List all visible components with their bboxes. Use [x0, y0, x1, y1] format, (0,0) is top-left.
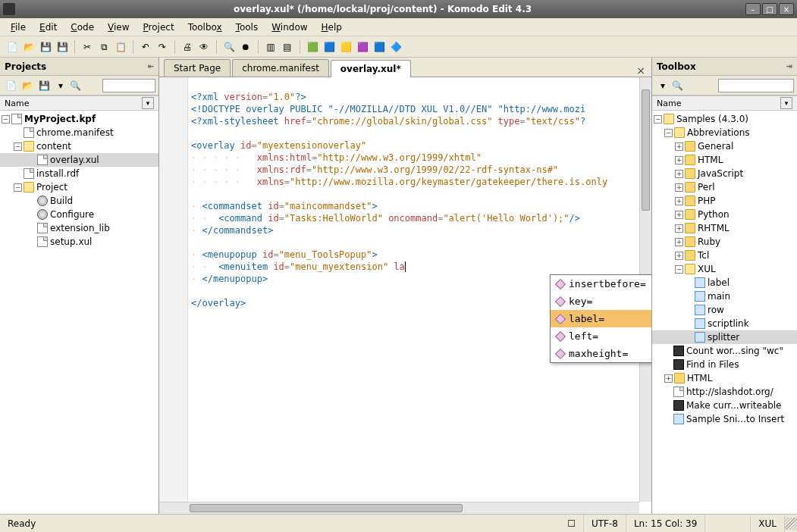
titlebar: overlay.xul* (/home/lockal/proj/content)… [0, 0, 797, 18]
copy-icon[interactable]: ⧉ [96, 39, 111, 55]
menu-tools[interactable]: Tools [230, 20, 265, 34]
undo-icon[interactable]: ↶ [138, 39, 153, 55]
panel-grip-icon[interactable]: ⇤ [148, 62, 154, 70]
tbx-abbreviations[interactable]: −Abbreviations [652, 126, 797, 139]
toolbox-colhead[interactable]: Name ▾ [652, 95, 797, 111]
proj-open-icon[interactable]: 📂 [20, 78, 35, 93]
tool2-icon[interactable]: 🟦 [322, 39, 337, 55]
panel-grip-icon[interactable]: ⇥ [786, 62, 792, 70]
projects-title: Projects⇤ [0, 58, 158, 76]
tree-project-root[interactable]: −MyProject.kpf [0, 112, 158, 126]
tbx-make-writeable[interactable]: Make curr...writeable [652, 399, 797, 412]
redo-icon[interactable]: ↷ [155, 39, 170, 55]
projects-colhead[interactable]: Name ▾ [0, 95, 158, 111]
cut-icon[interactable]: ✂ [80, 39, 95, 55]
open-icon[interactable]: 📂 [21, 39, 36, 55]
tbx-xul-row[interactable]: row [652, 303, 797, 317]
menu-help[interactable]: Help [315, 20, 348, 34]
menu-toolbox[interactable]: Toolbox [182, 20, 228, 34]
tbx-count-words[interactable]: Count wor...sing "wc" [652, 344, 797, 358]
tab-close-icon[interactable]: × [636, 64, 645, 77]
projects-toolbar: 📄 📂 💾 ▾ 🔍 [0, 76, 158, 95]
tbx-general[interactable]: +General [652, 139, 797, 153]
tool3-icon[interactable]: 🟨 [338, 39, 353, 55]
tab-chrome-manifest[interactable]: chrome.manifest [232, 59, 329, 77]
ac-left[interactable]: left= [551, 327, 651, 345]
minimize-button[interactable]: – [745, 3, 761, 15]
resize-grip-icon[interactable] [785, 518, 797, 530]
layout2-icon[interactable]: ▤ [280, 39, 295, 55]
tbx-php[interactable]: +PHP [652, 194, 797, 208]
tree-install-rdf[interactable]: install.rdf [0, 167, 158, 180]
editor-hscrollbar[interactable] [159, 502, 639, 514]
colhead-config-icon[interactable]: ▾ [780, 97, 792, 109]
preview-icon[interactable]: 👁 [196, 39, 212, 55]
tbx-javascript[interactable]: +JavaScript [652, 167, 797, 180]
menu-edit[interactable]: Edit [33, 20, 63, 34]
tbx-tcl[interactable]: +Tcl [652, 249, 797, 262]
menu-view[interactable]: View [102, 20, 135, 34]
tbx-xul-main[interactable]: main [652, 289, 797, 303]
tree-content-folder[interactable]: −content [0, 139, 158, 153]
tbx-ruby[interactable]: +Ruby [652, 235, 797, 249]
tbx-perl[interactable]: +Perl [652, 180, 797, 194]
tbx-html[interactable]: +HTML [652, 153, 797, 167]
proj-save-icon[interactable]: 💾 [36, 78, 52, 93]
code-editor[interactable]: <?xml version="1.0"?> <!DOCTYPE overlay … [159, 77, 651, 514]
proj-new-icon[interactable]: 📄 [3, 78, 18, 93]
tbx-xul-label[interactable]: label [652, 276, 797, 289]
save-all-icon[interactable]: 💾 [55, 39, 70, 55]
tree-extension-lib[interactable]: extension_lib [0, 221, 158, 235]
new-file-icon[interactable]: 📄 [5, 39, 20, 55]
tbx-xul-scriptlink[interactable]: scriptlink [652, 317, 797, 330]
ac-key[interactable]: key= [551, 293, 651, 310]
tbx-slashdot[interactable]: http://slashdot.org/ [652, 385, 797, 399]
layout1-icon[interactable]: ▥ [263, 39, 278, 55]
tbx-sample-snippet[interactable]: Sample Sni...to Insert [652, 412, 797, 426]
menubar: File Edit Code View Project Toolbox Tool… [0, 18, 797, 36]
tab-start-page[interactable]: Start Page [164, 59, 231, 77]
tbx-samples[interactable]: −Samples (4.3.0) [652, 112, 797, 126]
tool1-icon[interactable]: 🟩 [305, 39, 320, 55]
maximize-button[interactable]: □ [762, 3, 777, 15]
record-icon[interactable]: ⏺ [238, 39, 253, 55]
tree-setup-xul[interactable]: setup.xul [0, 235, 158, 249]
tbx-rhtml[interactable]: +RHTML [652, 221, 797, 235]
proj-menu-icon[interactable]: ▾ [53, 78, 68, 93]
colhead-config-icon[interactable]: ▾ [142, 97, 154, 109]
menu-project[interactable]: Project [137, 20, 180, 34]
tbx-xul[interactable]: −XUL [652, 262, 797, 276]
projects-search-input[interactable] [102, 79, 155, 92]
ac-insertbefore[interactable]: insertbefore= [551, 275, 651, 293]
close-button[interactable]: × [779, 3, 794, 15]
status-language[interactable]: XUL [751, 515, 785, 532]
tree-project-folder[interactable]: −Project [0, 180, 158, 194]
find-icon[interactable]: 🔍 [221, 39, 237, 55]
tbx-html2[interactable]: +HTML [652, 371, 797, 385]
tree-configure[interactable]: Configure [0, 208, 158, 221]
menu-window[interactable]: Window [265, 20, 313, 34]
window-title: overlay.xul* (/home/lockal/proj/content)… [20, 4, 745, 14]
menu-code[interactable]: Code [64, 20, 100, 34]
ac-maxheight[interactable]: maxheight= [551, 345, 651, 362]
tree-overlay-xul[interactable]: overlay.xul [0, 153, 158, 167]
tab-overlay-xul[interactable]: overlay.xul* [331, 60, 411, 77]
toolbox-menu-icon[interactable]: ▾ [655, 78, 670, 93]
status-checkbox[interactable]: ☐ [560, 515, 584, 532]
tbx-python[interactable]: +Python [652, 208, 797, 221]
ac-label[interactable]: label= [551, 310, 651, 327]
print-icon[interactable]: 🖨 [180, 39, 195, 55]
attr-icon [555, 330, 566, 341]
tool6-icon[interactable]: 🔷 [388, 39, 403, 55]
tbx-xul-splitter[interactable]: splitter [652, 330, 797, 344]
tree-build[interactable]: Build [0, 194, 158, 208]
tool5-icon[interactable]: 🟦 [372, 39, 387, 55]
save-icon[interactable]: 💾 [38, 39, 53, 55]
tree-chrome-manifest[interactable]: chrome.manifest [0, 126, 158, 139]
status-encoding[interactable]: UTF-8 [584, 515, 626, 532]
paste-icon[interactable]: 📋 [113, 39, 128, 55]
tool4-icon[interactable]: 🟪 [355, 39, 370, 55]
tbx-find-in-files[interactable]: Find in Files [652, 358, 797, 371]
menu-file[interactable]: File [5, 20, 32, 34]
toolbox-search-input[interactable] [718, 79, 794, 92]
